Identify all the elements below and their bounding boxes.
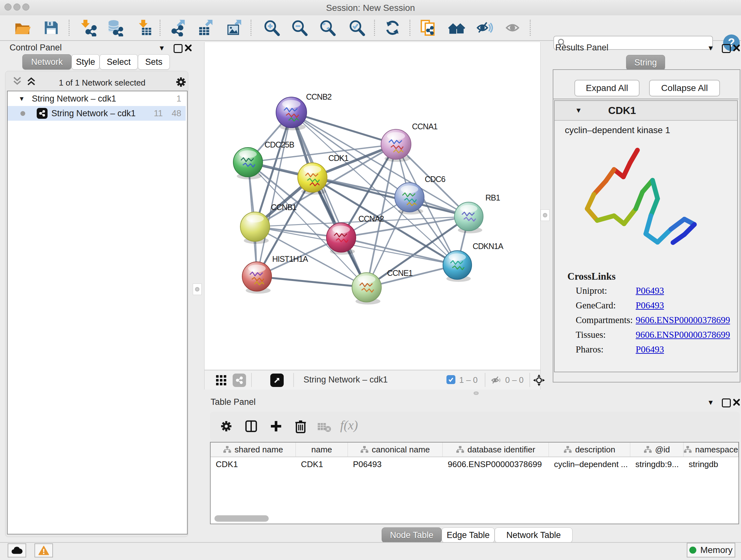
gene-collapse-icon[interactable]: ▼ [575,106,582,115]
zoom-fit-icon[interactable] [319,19,336,37]
show-all-icon[interactable] [504,19,522,37]
network-node-RB1[interactable]: RB1 [455,193,500,233]
cloud-icon [11,546,23,555]
network-options-gear-icon[interactable] [175,76,187,88]
birds-eye-view-icon[interactable] [270,374,284,387]
collapse-all-button[interactable]: Collapse All [649,80,720,97]
network-view-canvas[interactable]: CCNB2CCNA1CDC25BCDK1CDC6RB1CCNB1CCNA2CDK… [204,42,541,370]
warning-status-button[interactable] [35,543,53,557]
new-network-from-selection-icon[interactable] [419,19,436,37]
network-node-CCNE1[interactable]: CCNE1 [352,268,413,305]
network-row-selected[interactable]: String Network – cdk1 11 48 [8,106,186,121]
zoom-out-icon[interactable] [291,19,308,37]
tab-node-table[interactable]: Node Table [382,527,442,543]
splitter-handle[interactable] [541,209,549,221]
zoom-in-icon[interactable] [263,19,280,37]
zoom-selected-icon[interactable] [348,19,366,37]
table-cell[interactable]: cyclin–dependent ... [549,457,630,471]
column-header-namespace[interactable]: namespace [684,442,738,456]
grid-view-icon[interactable] [215,374,227,386]
results-panel-float-icon[interactable] [722,44,731,53]
network-node-CDKN1A[interactable]: CDKN1A [443,242,503,282]
column-header--id[interactable]: @id [630,442,684,456]
network-view-share-icon[interactable] [232,374,246,387]
refresh-icon[interactable] [384,19,401,37]
toolbar-separator [409,20,410,36]
tab-network[interactable]: Network [22,54,71,70]
crosslink-link[interactable]: P06493 [636,300,664,311]
gene-header[interactable]: ▼ CDK1 [555,101,737,121]
table-cell[interactable]: P06493 [348,457,443,471]
memory-button[interactable]: Memory [687,543,735,557]
export-image-icon[interactable] [226,19,243,37]
collection-expand-icon[interactable]: ▼ [18,95,25,103]
results-panel-menu-icon[interactable]: ▼ [707,44,714,52]
control-panel-menu-icon[interactable]: ▼ [158,44,165,52]
tab-network-table[interactable]: Network Table [495,527,572,543]
open-session-icon[interactable] [14,19,31,37]
expand-all-networks-icon[interactable] [26,76,37,86]
first-neighbors-icon[interactable] [448,19,465,37]
results-panel-close-icon[interactable] [733,44,740,52]
crosslink-row: Tissues:9606.ENSP00000378699 [555,329,737,344]
save-session-icon[interactable] [43,19,60,37]
table-cell[interactable]: stringdb [684,457,738,471]
tab-string[interactable]: String [626,55,665,70]
expand-all-button[interactable]: Expand All [575,80,639,97]
control-panel-float-icon[interactable] [174,44,183,53]
column-header-canonical-name[interactable]: canonical name [348,442,443,456]
tab-edge-table[interactable]: Edge Table [442,527,495,543]
splitter-handle[interactable] [472,391,480,395]
crosslink-link[interactable]: 9606.ENSP00000378699 [636,329,730,340]
toolbar-separator [374,20,375,36]
network-edge[interactable] [257,112,291,276]
show-columns-icon[interactable] [245,420,258,433]
table-cell[interactable]: CDK1 [211,457,296,471]
table-panel-close-icon[interactable] [733,398,740,406]
crosslink-link[interactable]: 9606.ENSP00000378699 [636,315,730,325]
import-network-icon[interactable] [79,19,97,37]
table-panel-menu-icon[interactable]: ▼ [707,398,714,407]
network-node-CCNB1[interactable]: CCNB1 [240,203,296,244]
import-table-icon[interactable] [136,19,153,37]
splitter-handle[interactable] [193,284,202,295]
table-cell[interactable]: stringdb:9... [630,457,684,471]
table-cell[interactable]: CDK1 [296,457,348,471]
network-node-CCNB2[interactable]: CCNB2 [276,92,332,130]
network-tree: ▼ String Network – cdk1 1 String Network… [7,91,188,535]
hidden-eye-icon[interactable] [490,374,502,386]
network-edge[interactable] [341,238,457,265]
hide-selected-icon[interactable] [476,19,493,37]
toolbar-separator [159,20,160,36]
network-edge[interactable] [291,112,396,144]
column-header-name[interactable]: name [296,442,348,456]
table-row[interactable]: CDK1CDK1P064939606.ENSP00000378699cyclin… [211,457,738,471]
network-node-CCNA1[interactable]: CCNA1 [381,122,437,162]
control-panel-close-icon[interactable] [185,44,192,52]
import-network-database-icon[interactable] [106,19,124,37]
collapse-all-networks-icon[interactable] [12,76,22,86]
table-hscrollbar-thumb[interactable] [214,515,269,522]
navigator-crosshair-icon[interactable] [533,374,545,387]
table-settings-gear-icon[interactable] [219,420,233,433]
tab-select[interactable]: Select [99,54,138,70]
crosslink-link[interactable]: P06493 [636,344,664,355]
network-node-HIST1H1A[interactable]: HIST1H1A [242,254,308,294]
crosslink-link[interactable]: P06493 [636,286,664,296]
table-header-row: shared namenamecanonical namedatabase id… [211,442,738,457]
tab-style[interactable]: Style [71,54,99,70]
table-panel-float-icon[interactable] [722,398,731,408]
tab-sets[interactable]: Sets [138,54,170,70]
cloud-status-button[interactable] [8,543,26,557]
create-column-icon[interactable] [269,420,283,433]
network-collection-row[interactable]: ▼ String Network – cdk1 1 [8,91,186,106]
selected-checkbox-icon[interactable] [447,375,455,384]
network-graph[interactable]: CCNB2CCNA1CDC25BCDK1CDC6RB1CCNB1CCNA2CDK… [205,42,540,370]
export-network-icon[interactable] [170,19,187,37]
table-cell[interactable]: 9606.ENSP00000378699 [443,457,549,471]
column-header-database-identifier[interactable]: database identifier [443,442,549,456]
delete-column-icon[interactable] [293,419,308,434]
column-header-description[interactable]: description [549,442,630,456]
column-header-shared-name[interactable]: shared name [211,442,296,456]
export-table-icon[interactable] [197,19,214,37]
